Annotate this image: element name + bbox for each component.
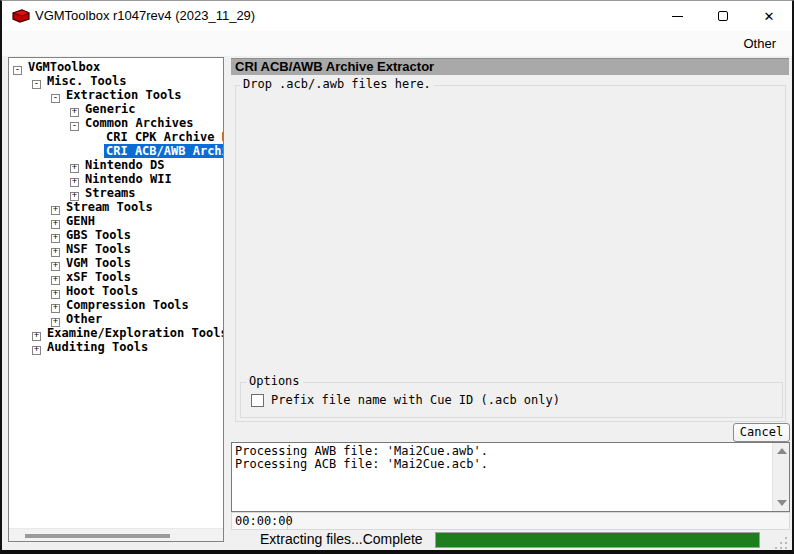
maximize-icon: [718, 11, 728, 21]
tree-item-label[interactable]: Misc. Tools: [45, 74, 128, 88]
maximize-button[interactable]: [700, 1, 746, 31]
tree-item-label[interactable]: Streams: [83, 186, 138, 200]
tree-item-label[interactable]: Other: [64, 312, 104, 326]
tree-item-label[interactable]: Hoot Tools: [64, 284, 140, 298]
tree-item-label[interactable]: Extraction Tools: [64, 88, 184, 102]
menu-bar: Other: [2, 31, 792, 56]
progress-bar-fill: [436, 533, 759, 547]
tree-item[interactable]: +Streams: [9, 186, 223, 200]
tree-item-label[interactable]: GBS Tools: [64, 228, 133, 242]
tree-item-label[interactable]: VGMToolbox: [26, 60, 102, 74]
minimize-icon: [672, 16, 683, 17]
tree-item-label[interactable]: Nintendo DS: [83, 158, 166, 172]
tree-item[interactable]: +Examine/Exploration Tools: [9, 326, 223, 340]
close-button[interactable]: ✕: [746, 1, 792, 31]
tree-item[interactable]: +xSF Tools: [9, 270, 223, 284]
prefix-cueid-checkbox-label: Prefix file name with Cue ID (.acb only): [271, 393, 560, 407]
output-log[interactable]: Processing AWB file: 'Mai2Cue.awb'. Proc…: [231, 442, 790, 512]
progress-bar: [435, 532, 760, 548]
status-bar: 00:00:00: [231, 512, 790, 530]
tree-horizontal-scrollbar[interactable]: [9, 528, 223, 541]
drop-zone[interactable]: [235, 85, 786, 422]
tree-item-label[interactable]: xSF Tools: [64, 270, 133, 284]
tree-item-label[interactable]: VGM Tools: [64, 256, 133, 270]
tree-item-label[interactable]: CRI CPK Archive Extr: [104, 130, 223, 144]
collapse-icon[interactable]: -: [51, 94, 60, 103]
tree-item[interactable]: +Stream Tools: [9, 200, 223, 214]
tree-item-label[interactable]: Stream Tools: [64, 200, 155, 214]
title-bar: VGMToolbox r1047rev4 (2023_11_29) ✕: [2, 1, 792, 31]
options-label: Options: [246, 375, 303, 388]
prefix-cueid-checkbox[interactable]: [251, 394, 264, 407]
elapsed-time: 00:00:00: [232, 513, 288, 529]
menu-item-other[interactable]: Other: [739, 31, 780, 56]
tree-item-label[interactable]: Examine/Exploration Tools: [45, 326, 223, 340]
close-icon: ✕: [764, 10, 775, 23]
tree-item[interactable]: +Nintendo DS: [9, 158, 223, 172]
progress-status-text: Extracting files...Complete: [260, 530, 423, 549]
tree-item-label[interactable]: Auditing Tools: [45, 340, 150, 354]
tree-item-label[interactable]: GENH: [64, 214, 97, 228]
tree-item[interactable]: +Compression Tools: [9, 298, 223, 312]
tree-item[interactable]: +Other: [9, 312, 223, 326]
tree-item[interactable]: CRI CPK Archive Extr: [9, 130, 223, 144]
tree-item[interactable]: +Generic: [9, 102, 223, 116]
cancel-button[interactable]: Cancel: [733, 423, 790, 442]
page-title: CRI ACB/AWB Archive Extractor: [231, 58, 789, 75]
tree-item-label[interactable]: Generic: [83, 102, 138, 116]
collapse-icon[interactable]: -: [70, 122, 79, 131]
tree-item[interactable]: +NSF Tools: [9, 242, 223, 256]
minimize-button[interactable]: [654, 1, 700, 31]
resize-grip[interactable]: [773, 536, 787, 549]
tree-item-label[interactable]: Nintendo WII: [83, 172, 174, 186]
tree-item[interactable]: -Misc. Tools: [9, 74, 223, 88]
app-icon: [11, 8, 31, 24]
tree-item[interactable]: +Hoot Tools: [9, 284, 223, 298]
collapse-icon[interactable]: -: [32, 80, 41, 89]
app-window: VGMToolbox r1047rev4 (2023_11_29) ✕ Othe…: [0, 0, 794, 554]
tree-item[interactable]: -Common Archives: [9, 116, 223, 130]
scroll-up-icon[interactable]: [777, 448, 787, 454]
tree-item[interactable]: -VGMToolbox: [9, 60, 223, 74]
window-title: VGMToolbox r1047rev4 (2023_11_29): [35, 1, 255, 31]
collapse-icon[interactable]: -: [13, 66, 22, 75]
tree-item[interactable]: -Extraction Tools: [9, 88, 223, 102]
tree-item[interactable]: +VGM Tools: [9, 256, 223, 270]
log-vertical-scrollbar[interactable]: [772, 443, 789, 511]
tree-item[interactable]: +Auditing Tools: [9, 340, 223, 354]
tree-item-label[interactable]: CRI ACB/AWB Archive: [104, 144, 223, 158]
scroll-down-icon[interactable]: [777, 500, 787, 506]
expand-icon[interactable]: +: [32, 346, 41, 355]
tool-tree: -VGMToolbox-Misc. Tools-Extraction Tools…: [9, 60, 223, 527]
tree-item[interactable]: CRI ACB/AWB Archive: [9, 144, 223, 158]
drop-zone-label: Drop .acb/.awb files here.: [240, 78, 434, 91]
tool-tree-panel: -VGMToolbox-Misc. Tools-Extraction Tools…: [8, 57, 224, 542]
tree-item[interactable]: +GBS Tools: [9, 228, 223, 242]
tree-item[interactable]: +Nintendo WII: [9, 172, 223, 186]
tree-item[interactable]: +GENH: [9, 214, 223, 228]
log-text: Processing AWB file: 'Mai2Cue.awb'. Proc…: [235, 445, 769, 471]
tree-item-label[interactable]: NSF Tools: [64, 242, 133, 256]
tree-item-label[interactable]: Compression Tools: [64, 298, 191, 312]
scrollbar-thumb[interactable]: [25, 534, 170, 538]
tree-item-label[interactable]: Common Archives: [83, 116, 195, 130]
